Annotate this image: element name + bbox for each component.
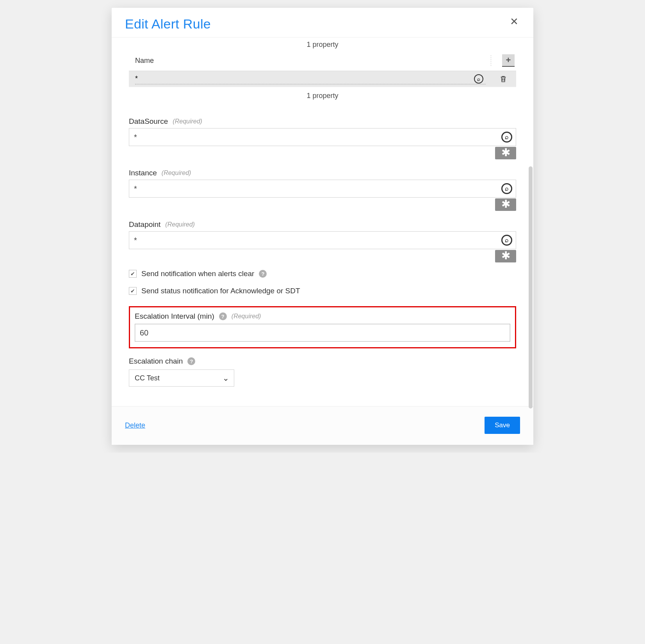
dialog-header: Edit Alert Rule ✕ — [112, 8, 533, 37]
escalation-interval-highlight: Escalation Interval (min) ? (Required) — [129, 306, 516, 348]
wildcard-button[interactable]: ✱ — [495, 147, 516, 159]
scrollbar-thumb[interactable] — [529, 166, 533, 409]
datasource-field: DataSource (Required) ⌕ ✱ — [129, 117, 516, 146]
chevron-down-icon: ⌄ — [223, 373, 229, 383]
instance-field: Instance (Required) ⌕ ✱ — [129, 169, 516, 198]
notify-on-ack-label: Send status notification for Acknowledge… — [141, 287, 300, 295]
search-icon[interactable]: ⌕ — [501, 235, 512, 246]
search-icon[interactable]: ⌕ — [501, 132, 512, 143]
help-icon[interactable]: ? — [219, 312, 227, 320]
datasource-required: (Required) — [173, 118, 202, 125]
add-property-button[interactable]: + — [502, 54, 515, 67]
vertical-divider — [491, 55, 491, 66]
datasource-label: DataSource — [129, 117, 168, 126]
notify-on-ack-checkbox[interactable]: ✔ — [129, 287, 137, 295]
instance-required: (Required) — [162, 169, 191, 177]
escalation-interval-input[interactable] — [135, 324, 510, 342]
escalation-chain-select[interactable]: CC Test ⌄ — [129, 369, 234, 387]
datapoint-field: Datapoint (Required) ⌕ ✱ — [129, 220, 516, 249]
delete-button[interactable]: Delete — [125, 421, 145, 430]
trash-icon[interactable] — [499, 75, 508, 83]
notify-on-ack-row: ✔ Send status notification for Acknowled… — [129, 287, 516, 295]
property-summary-bottom: 1 property — [129, 89, 516, 103]
instance-label: Instance — [129, 169, 157, 177]
wildcard-button[interactable]: ✱ — [495, 198, 516, 211]
edit-alert-rule-dialog: Edit Alert Rule ✕ 1 property Name + ⌕ 1 … — [112, 8, 533, 445]
escalation-interval-label: Escalation Interval (min) — [135, 312, 214, 321]
property-name-header: Name — [130, 57, 488, 65]
instance-input[interactable] — [129, 180, 516, 198]
datapoint-input[interactable] — [129, 231, 516, 249]
escalation-chain-value: CC Test — [135, 374, 160, 382]
datapoint-label: Datapoint — [129, 220, 160, 229]
dialog-title: Edit Alert Rule — [125, 16, 211, 32]
dialog-body: 1 property Name + ⌕ 1 property DataSourc… — [112, 37, 533, 394]
save-button[interactable]: Save — [485, 417, 520, 434]
property-summary-top: 1 property — [129, 37, 516, 52]
search-icon[interactable]: ⌕ — [501, 183, 512, 194]
wildcard-button[interactable]: ✱ — [495, 250, 516, 262]
property-name-input[interactable] — [135, 73, 486, 84]
search-icon[interactable]: ⌕ — [474, 74, 483, 84]
notify-on-clear-label: Send notification when alerts clear — [141, 269, 254, 278]
escalation-chain-field: Escalation chain ? CC Test ⌄ — [129, 357, 516, 387]
property-group: Name + ⌕ — [129, 52, 516, 87]
datasource-input[interactable] — [129, 128, 516, 146]
property-header-row: Name + — [129, 52, 516, 71]
help-icon[interactable]: ? — [187, 357, 195, 365]
property-row: ⌕ — [129, 71, 516, 87]
help-icon[interactable]: ? — [259, 270, 267, 278]
close-icon[interactable]: ✕ — [508, 16, 520, 27]
escalation-chain-label: Escalation chain — [129, 357, 183, 366]
notify-on-clear-row: ✔ Send notification when alerts clear ? — [129, 269, 516, 278]
escalation-interval-required: (Required) — [232, 313, 261, 320]
dialog-footer: Delete Save — [112, 406, 533, 445]
notify-on-clear-checkbox[interactable]: ✔ — [129, 270, 137, 278]
datapoint-required: (Required) — [165, 221, 195, 228]
